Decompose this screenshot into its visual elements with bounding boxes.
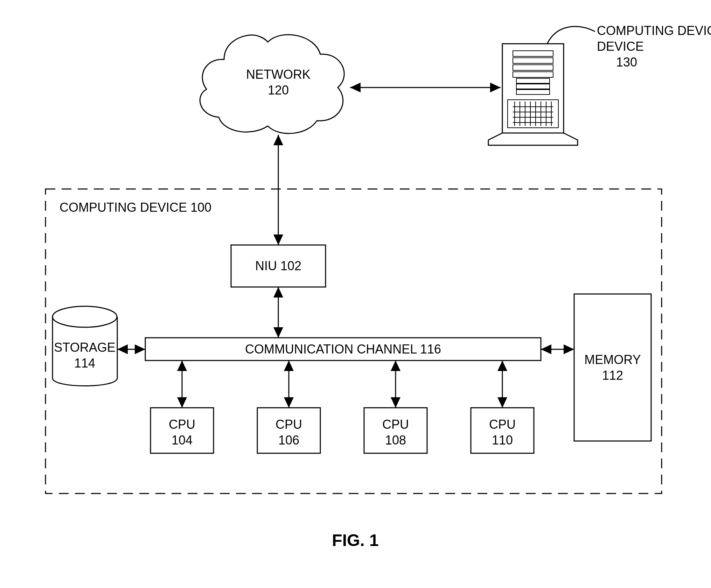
- svg-marker-51: [497, 360, 507, 371]
- cpu-108-ref: 108: [385, 433, 406, 447]
- svg-marker-42: [177, 360, 187, 371]
- svg-marker-28: [273, 287, 283, 298]
- svg-marker-2: [490, 83, 501, 92]
- arrow-channel-cpu110: [497, 360, 507, 408]
- svg-rect-4: [513, 51, 553, 56]
- arrow-channel-memory: [541, 344, 574, 354]
- arrow-network-server: [350, 83, 501, 92]
- svg-marker-26: [273, 234, 283, 245]
- cpu-108: CPU 108: [364, 408, 427, 453]
- arrow-channel-cpu104: [177, 360, 187, 408]
- cpu-108-name: CPU: [382, 417, 409, 432]
- memory-box: [574, 294, 651, 441]
- figure-caption: FIG. 1: [332, 531, 378, 550]
- svg-marker-25: [273, 135, 283, 145]
- svg-marker-46: [284, 397, 294, 408]
- network-cloud: NETWORK 120: [200, 35, 344, 133]
- computing-device-icon: [488, 44, 578, 145]
- svg-marker-52: [497, 397, 507, 408]
- storage-ref: 114: [74, 356, 95, 370]
- svg-rect-7: [513, 72, 553, 77]
- svg-rect-10: [516, 90, 550, 94]
- svg-marker-45: [284, 360, 294, 371]
- cpu-106-name: CPU: [276, 417, 302, 432]
- arrow-channel-cpu108: [391, 360, 400, 408]
- memory-name: MEMORY: [584, 352, 641, 367]
- network-ref: 120: [268, 83, 289, 97]
- svg-marker-33: [135, 344, 145, 354]
- cpu-110-ref: 110: [492, 433, 513, 447]
- svg-marker-29: [273, 327, 283, 338]
- svg-rect-3: [502, 44, 564, 133]
- svg-rect-11: [508, 100, 558, 128]
- communication-channel-label: COMMUNICATION CHANNEL 116: [245, 342, 441, 356]
- storage-cylinder: STORAGE 114: [53, 306, 117, 386]
- svg-marker-43: [177, 397, 187, 408]
- svg-marker-49: [391, 397, 400, 408]
- arrow-niu-channel: [273, 287, 283, 338]
- svg-point-30: [53, 306, 117, 327]
- computing-device-ext-label-2: DEVICE: [597, 39, 644, 54]
- cpu-106-ref: 106: [278, 433, 299, 447]
- cpu-110-name: CPU: [489, 417, 516, 432]
- cpu-104-name: CPU: [169, 417, 195, 432]
- svg-marker-36: [564, 344, 574, 354]
- cpu-106: CPU 106: [257, 408, 320, 453]
- svg-marker-1: [350, 83, 361, 92]
- svg-rect-6: [513, 65, 553, 70]
- memory-ref: 112: [602, 368, 623, 383]
- storage-name: STORAGE: [54, 340, 115, 355]
- computing-device-ext-ref: 130: [616, 55, 637, 69]
- svg-rect-8: [516, 78, 550, 83]
- niu-label: NIU 102: [255, 259, 301, 273]
- arrow-network-niu: [273, 135, 283, 245]
- network-name: NETWORK: [246, 67, 311, 82]
- callout-line: [547, 27, 595, 44]
- svg-marker-48: [391, 360, 400, 371]
- svg-rect-9: [516, 84, 550, 89]
- svg-marker-35: [541, 344, 551, 354]
- computing-device-100-label: COMPUTING DEVICE 100: [60, 200, 211, 215]
- cpu-104-ref: 104: [172, 433, 193, 447]
- cpu-104: CPU 104: [151, 408, 214, 453]
- cpu-110: CPU 110: [471, 408, 534, 453]
- arrow-channel-cpu106: [284, 360, 294, 408]
- svg-marker-32: [117, 344, 128, 354]
- computing-device-ext-label: COMPUTING DEVICE: [597, 23, 711, 38]
- figure-canvas: COMPUTING DEVICE 100 NETWORK 120: [0, 0, 711, 588]
- arrow-storage-channel: [117, 344, 145, 354]
- svg-rect-5: [513, 58, 553, 63]
